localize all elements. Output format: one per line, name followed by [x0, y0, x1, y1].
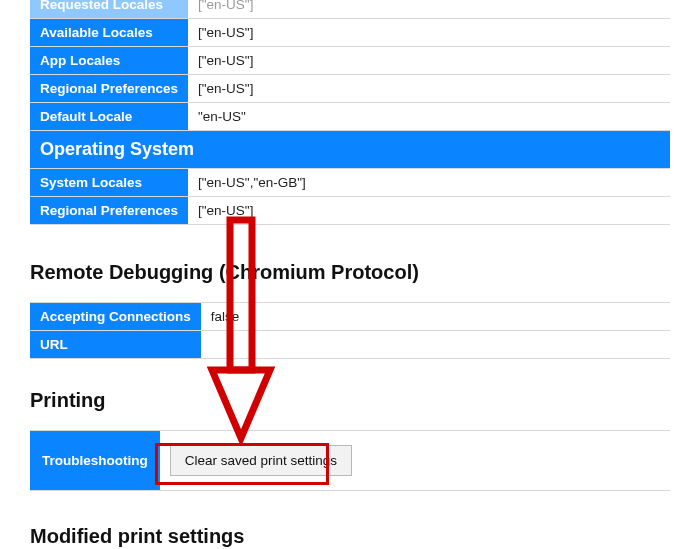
field-label: Available Locales [30, 19, 188, 47]
field-value: ["en-US"] [188, 197, 670, 225]
field-label: App Locales [30, 47, 188, 75]
troubleshooting-cell: Clear saved print settings [160, 431, 670, 491]
printing-heading: Printing [30, 389, 690, 412]
field-label: Default Locale [30, 103, 188, 131]
clear-print-settings-button[interactable]: Clear saved print settings [170, 445, 352, 476]
field-value: false [201, 303, 670, 331]
field-label: System Locales [30, 169, 188, 197]
remote-debugging-heading: Remote Debugging (Chromium Protocol) [30, 261, 690, 284]
field-value: ["en-US"] [188, 0, 670, 19]
field-label: URL [30, 331, 201, 359]
table-row: Troubleshooting Clear saved print settin… [30, 431, 670, 491]
field-label: Regional Preferences [30, 75, 188, 103]
table-row: Requested Locales ["en-US"] [30, 0, 670, 19]
remote-debugging-table: Accepting Connections false URL [30, 302, 670, 359]
table-row: Regional Preferences ["en-US"] [30, 197, 670, 225]
section-title: Operating System [30, 131, 670, 169]
modified-print-settings-heading: Modified print settings [30, 525, 690, 548]
troubleshooting-label: Troubleshooting [30, 431, 160, 491]
table-row: Accepting Connections false [30, 303, 670, 331]
field-label: Accepting Connections [30, 303, 201, 331]
table-row: Default Locale "en-US" [30, 103, 670, 131]
field-label: Regional Preferences [30, 197, 188, 225]
field-value [201, 331, 670, 359]
table-row: Available Locales ["en-US"] [30, 19, 670, 47]
field-value: ["en-US"] [188, 19, 670, 47]
field-value: "en-US" [188, 103, 670, 131]
field-value: ["en-US"] [188, 47, 670, 75]
table-row: Regional Preferences ["en-US"] [30, 75, 670, 103]
table-row: URL [30, 331, 670, 359]
field-value: ["en-US"] [188, 75, 670, 103]
table-row: App Locales ["en-US"] [30, 47, 670, 75]
os-section-header: Operating System [30, 131, 670, 169]
field-value: ["en-US","en-GB"] [188, 169, 670, 197]
printing-table: Troubleshooting Clear saved print settin… [30, 430, 670, 491]
locales-table: Requested Locales ["en-US"] Available Lo… [30, 0, 670, 225]
table-row: System Locales ["en-US","en-GB"] [30, 169, 670, 197]
field-label: Requested Locales [30, 0, 188, 19]
